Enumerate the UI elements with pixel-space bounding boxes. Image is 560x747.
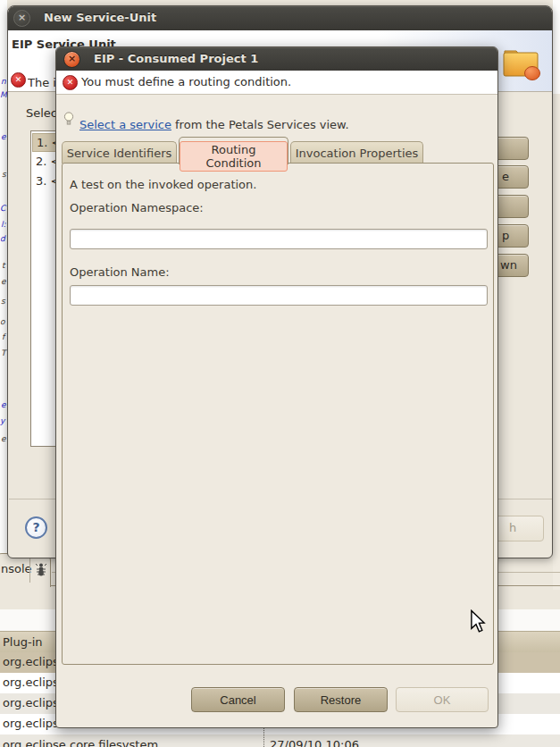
hint-line: Select a service from the Petals Service… <box>79 115 349 132</box>
text-fragment: d <box>0 234 5 243</box>
cancel-button-label: Cancel <box>220 693 255 707</box>
dialog-close-button[interactable]: × <box>63 51 80 68</box>
text-fragment: M <box>0 90 7 99</box>
text-fragment: y <box>0 416 4 425</box>
wizard-title: New Service-Unit <box>44 11 156 24</box>
dialog-error-strip: ✕ You must define a routing condition. <box>56 71 497 95</box>
wizard-titlebar[interactable]: × New Service-Unit <box>8 6 553 31</box>
mouse-cursor-icon <box>470 609 486 637</box>
operation-name-label: Operation Name: <box>70 265 170 279</box>
side-button-label: e <box>502 170 509 183</box>
text-fragment: n <box>1 77 6 86</box>
operation-namespace-field[interactable] <box>70 229 488 249</box>
dialog-title: EIP - Consumed Project 1 <box>94 52 258 65</box>
help-button[interactable]: ? <box>25 516 47 539</box>
row-plugin-cell: org.eclips <box>3 717 59 730</box>
finish-button-label: h <box>509 521 516 534</box>
folder-icon <box>499 40 542 87</box>
row-plugin-cell: org.eclipse.core.filesystem <box>3 738 158 747</box>
tab-label: Invocation Properties <box>296 147 419 160</box>
side-button-label: wn <box>500 258 517 272</box>
panel-description: A test on the invoked operation. <box>70 178 256 191</box>
wizard-close-button[interactable]: × <box>13 10 30 27</box>
wizard-error-text: The i <box>28 73 57 90</box>
tab-service-identifiers[interactable]: Service Identifiers <box>62 141 177 164</box>
select-label: Selec <box>26 104 57 121</box>
underlying-window-left-sliver: n M e s C l: d t e s o f T e y e <box>0 0 7 558</box>
close-icon: × <box>18 12 26 23</box>
tab-routing-condition[interactable]: Routing Condition <box>179 137 288 164</box>
text-fragment: f <box>2 332 4 341</box>
restore-button-label: Restore <box>321 693 362 707</box>
row-date-cell: 27/09/10 10:06 <box>270 738 359 747</box>
side-button-label: p <box>502 229 509 242</box>
tab-label: Service Identifiers <box>67 147 172 160</box>
operation-name-field[interactable] <box>70 285 488 306</box>
row-plugin-cell: org.eclips <box>3 696 59 709</box>
text-fragment: e <box>1 434 6 443</box>
ok-button[interactable]: OK <box>396 687 489 712</box>
row-plugin-cell: org.eclips <box>3 676 59 689</box>
right-sliver-white <box>553 0 560 94</box>
help-icon: ? <box>32 520 39 534</box>
error-icon: ✕ <box>63 75 78 90</box>
restore-button[interactable]: Restore <box>294 687 388 712</box>
text-fragment: s <box>1 297 5 306</box>
close-icon: × <box>68 53 76 64</box>
tab-separator <box>29 558 30 583</box>
text-fragment: o <box>0 317 5 326</box>
ok-button-label: OK <box>434 693 451 707</box>
text-fragment: e <box>1 132 6 141</box>
tab-label: Routing Condition <box>180 141 288 172</box>
routing-condition-panel: A test on the invoked operation. Operati… <box>62 163 494 665</box>
row-plugin-cell: org.eclips <box>3 655 59 668</box>
dialog-titlebar[interactable]: × EIP - Consumed Project 1 <box>56 47 497 71</box>
operation-namespace-label: Operation Namespace: <box>70 201 204 214</box>
text-fragment: t <box>2 261 5 270</box>
column-header-label: Plug-in <box>3 635 42 649</box>
console-tab-label: nsole <box>1 562 32 575</box>
eip-dialog: × EIP - Consumed Project 1 ✕ You must de… <box>55 46 498 728</box>
text-fragment: l: <box>1 220 6 229</box>
hint-rest-text: from the Petals Services view. <box>171 118 349 131</box>
tab-invocation-properties[interactable]: Invocation Properties <box>290 141 423 164</box>
bug-icon[interactable] <box>35 561 47 581</box>
lightbulb-icon <box>63 111 74 130</box>
error-icon: ✕ <box>11 72 26 88</box>
cancel-button[interactable]: Cancel <box>191 687 285 712</box>
text-fragment: s <box>2 170 6 179</box>
text-fragment: e <box>1 277 6 286</box>
text-fragment: C <box>0 204 5 213</box>
table-row[interactable]: org.eclipse.core.filesystem 27/09/10 10:… <box>0 734 560 747</box>
dialog-error-text: You must define a routing condition. <box>81 75 291 88</box>
screen: n M e s C l: d t e s o f T e y e nsole <box>0 0 560 747</box>
underlying-window-right-sliver <box>553 0 560 590</box>
select-service-link[interactable]: Select a service <box>79 118 171 131</box>
text-fragment: e <box>1 400 6 409</box>
text-fragment: T <box>1 348 6 357</box>
